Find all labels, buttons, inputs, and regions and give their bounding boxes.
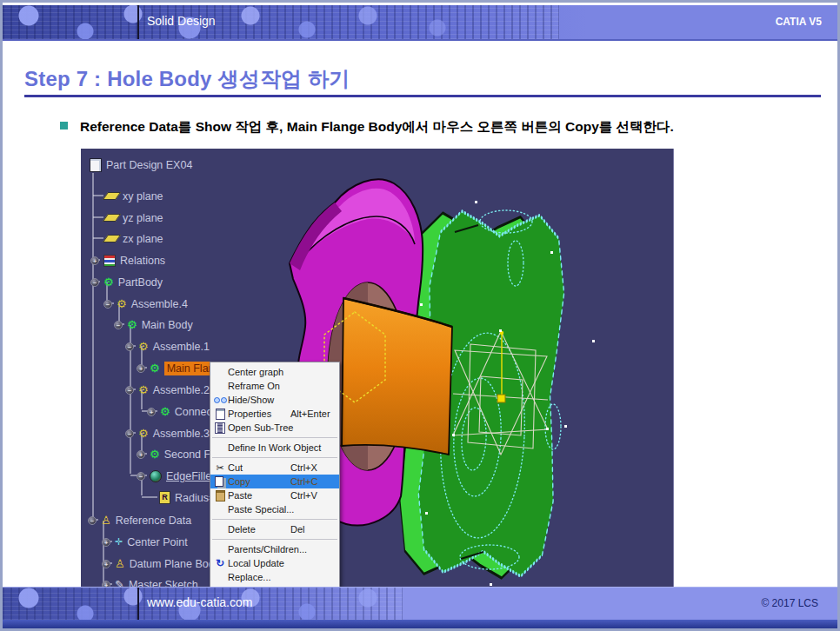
collapse-icon[interactable] xyxy=(90,278,99,287)
tree-label: Main Body xyxy=(142,319,193,331)
tree-label: Assemble.1 xyxy=(153,341,210,353)
tree-label: Assemble.4 xyxy=(131,298,188,310)
menu-item-hide-show[interactable]: Hide/Show xyxy=(210,393,339,407)
expand-icon[interactable] xyxy=(147,408,156,416)
bullet-text: Reference Data를 Show 작업 후, Main Flange B… xyxy=(80,119,674,134)
body-gear-icon: ⚙ xyxy=(127,319,137,330)
menu-separator xyxy=(212,539,337,540)
menu-item-define-in-work-object[interactable]: Define In Work Object xyxy=(210,441,339,455)
expand-icon[interactable] xyxy=(90,256,99,265)
collapse-icon[interactable] xyxy=(103,300,112,309)
tree-item-reference-data[interactable]: ♙Reference Data xyxy=(88,513,191,528)
copy-icon xyxy=(215,476,223,487)
plane-icon xyxy=(103,214,121,222)
body-gear-icon: ⚙ xyxy=(150,362,160,374)
tree-label: yz plane xyxy=(123,212,163,224)
body-gear-icon: ⚙ xyxy=(103,276,114,288)
tree-label: xy plane xyxy=(123,190,163,203)
update-icon: ↻ xyxy=(216,558,224,568)
orange-shaft xyxy=(342,298,452,455)
collapse-icon[interactable] xyxy=(114,321,123,329)
assemble-icon: ⚙ xyxy=(138,384,149,395)
menu-item-local-update[interactable]: ↻Local Update xyxy=(210,556,339,570)
slide: Solid Design CATIA V5 Step 7 : Hole Body… xyxy=(0,0,840,631)
tree-item-assemble4[interactable]: ⚙Assemble.4 xyxy=(103,296,188,311)
copyright-label: © 2017 LCS xyxy=(761,597,818,609)
tree-label: Center Point xyxy=(127,536,187,548)
plane-icon xyxy=(103,192,121,200)
website-link[interactable]: www.edu-catia.com xyxy=(147,595,252,609)
menu-item-replace[interactable]: Replace... xyxy=(210,570,339,584)
menu-item-cut[interactable]: ✂CutCtrl+X xyxy=(210,461,339,475)
assemble-icon: ⚙ xyxy=(138,341,149,352)
tree-label: zx plane xyxy=(123,233,163,245)
part-document-icon xyxy=(90,158,102,172)
tree-item-assemble2[interactable]: ⚙Assemble.2 xyxy=(125,382,210,397)
tree-item-center-point[interactable]: ✛Center Point xyxy=(102,535,188,549)
collapse-icon[interactable] xyxy=(125,386,134,395)
tree-item-xy-plane[interactable]: xy plane xyxy=(105,189,163,203)
context-menu: Center graph Reframe On Hide/Show Proper… xyxy=(210,362,340,588)
footer-divider xyxy=(137,588,139,620)
tree-label: Datum Plane Body xyxy=(130,558,220,570)
collapse-icon[interactable] xyxy=(137,472,145,481)
expand-icon[interactable] xyxy=(137,364,145,373)
reference-body-icon: ♙ xyxy=(101,515,111,526)
menu-item-parents-children[interactable]: Parents/Children... xyxy=(210,542,339,556)
expand-icon[interactable] xyxy=(137,450,145,459)
properties-icon xyxy=(216,408,225,420)
tree-item-relations[interactable]: Relations xyxy=(90,253,165,268)
point-icon: ✛ xyxy=(115,537,123,547)
tree-item-root[interactable]: Part Design EX04 xyxy=(90,157,192,172)
header-divider xyxy=(137,5,139,39)
tree-item-datum-plane-body[interactable]: ♙Datum Plane Body xyxy=(102,556,220,571)
tree-item-assemble3[interactable]: ⚙Assemble.3 xyxy=(125,426,210,441)
tree-label: Relations xyxy=(120,255,165,267)
menu-item-delete[interactable]: DeleteDel xyxy=(210,522,339,536)
catia-viewport[interactable]: Part Design EX04 xy plane yz plane zx pl… xyxy=(81,149,674,592)
menu-item-paste[interactable]: PasteCtrl+V xyxy=(210,488,339,502)
menu-item-center-graph[interactable]: Center graph xyxy=(210,365,339,379)
tree-item-zx-plane[interactable]: zx plane xyxy=(105,231,163,246)
tree-item-assemble1[interactable]: ⚙Assemble.1 xyxy=(125,339,210,354)
tree-label: Reference Data xyxy=(116,515,192,527)
expand-icon[interactable] xyxy=(102,538,110,547)
module-label: Solid Design xyxy=(147,14,216,28)
hide-show-icon xyxy=(214,397,227,403)
title-underline xyxy=(24,95,821,97)
bottom-strip xyxy=(3,620,837,628)
collapse-icon[interactable] xyxy=(88,516,97,525)
body-gear-icon: ⚙ xyxy=(160,406,170,417)
datum-body-icon: ♙ xyxy=(115,558,125,569)
menu-item-open-sub-tree[interactable]: Open Sub-Tree xyxy=(210,421,339,435)
tree-item-main-body[interactable]: ⚙Main Body xyxy=(114,317,193,332)
assemble-icon: ⚙ xyxy=(138,428,149,439)
menu-separator xyxy=(212,457,337,458)
menu-item-paste-special[interactable]: Paste Special... xyxy=(210,502,339,516)
tree-label: PartBody xyxy=(118,276,163,289)
assemble-icon: ⚙ xyxy=(117,298,127,309)
page-title: Step 7 : Hole Body 생성작업 하기 xyxy=(24,65,350,93)
menu-item-properties[interactable]: PropertiesAlt+Enter xyxy=(210,407,339,421)
expand-icon[interactable] xyxy=(102,560,110,568)
header-bar: Solid Design CATIA V5 xyxy=(3,5,837,41)
footer-bar: www.edu-catia.com © 2017 LCS xyxy=(3,587,837,620)
tree-label: Assemble.3 xyxy=(153,428,210,440)
relations-icon xyxy=(103,255,116,267)
bullet-icon xyxy=(60,122,68,130)
tree-item-partbody[interactable]: ⚙PartBody xyxy=(90,275,163,289)
tree-item-yz-plane[interactable]: yz plane xyxy=(105,210,163,225)
collapse-icon[interactable] xyxy=(125,342,134,351)
menu-separator xyxy=(212,519,337,520)
sub-tree-icon xyxy=(215,422,225,434)
brand-label: CATIA V5 xyxy=(776,16,822,28)
paste-icon xyxy=(216,490,225,501)
menu-item-copy[interactable]: CopyCtrl+C xyxy=(210,475,339,488)
collapse-icon[interactable] xyxy=(125,429,134,438)
tree-label: Part Design EX04 xyxy=(106,159,192,171)
menu-item-reframe-on[interactable]: Reframe On xyxy=(210,379,339,393)
body-gear-icon: ⚙ xyxy=(150,448,160,460)
cut-icon: ✂ xyxy=(216,463,223,473)
plane-icon xyxy=(103,235,121,242)
edge-fillet-icon xyxy=(150,470,162,482)
